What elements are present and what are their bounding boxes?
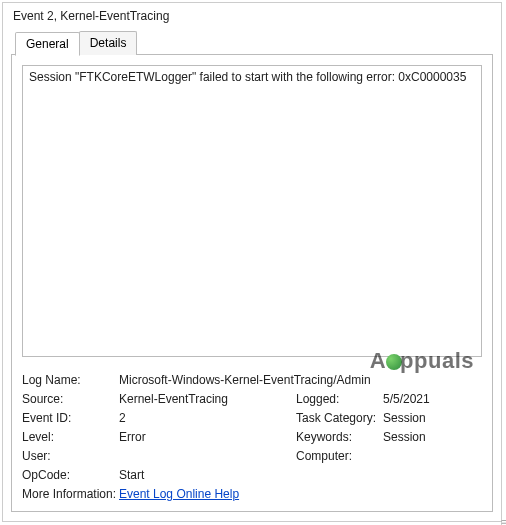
value-keywords: Session [383, 430, 482, 444]
tab-details-label: Details [90, 36, 127, 50]
value-log-name: Microsoft-Windows-Kernel-EventTracing/Ad… [119, 373, 482, 387]
value-more-info: Event Log Online Help [119, 487, 482, 501]
value-level: Error [119, 430, 294, 444]
label-user: User: [22, 449, 117, 463]
event-message-text: Session "FTKCoreETWLogger" failed to sta… [29, 70, 466, 84]
event-properties-grid: Log Name: Microsoft-Windows-Kernel-Event… [12, 367, 492, 511]
value-computer [383, 449, 482, 463]
label-keywords: Keywords: [296, 430, 381, 444]
tab-strip: General Details [3, 31, 501, 55]
label-source: Source: [22, 392, 117, 406]
label-computer: Computer: [296, 449, 381, 463]
label-more-info: More Information: [22, 487, 117, 501]
tab-content-general: Session "FTKCoreETWLogger" failed to sta… [11, 54, 493, 512]
value-source: Kernel-EventTracing [119, 392, 294, 406]
value-logged: 5/5/2021 [383, 392, 482, 406]
label-log-name: Log Name: [22, 373, 117, 387]
source-credit: wsxyn.com [498, 519, 506, 525]
tab-general[interactable]: General [15, 32, 80, 56]
value-opcode: Start [119, 468, 482, 482]
link-event-log-online-help[interactable]: Event Log Online Help [119, 487, 239, 501]
label-task-category: Task Category: [296, 411, 381, 425]
event-properties-window: Event 2, Kernel-EventTracing General Det… [2, 2, 502, 522]
label-event-id: Event ID: [22, 411, 117, 425]
window-title: Event 2, Kernel-EventTracing [3, 3, 501, 31]
label-opcode: OpCode: [22, 468, 117, 482]
value-user [119, 449, 294, 463]
value-task-category: Session [383, 411, 482, 425]
event-message-box[interactable]: Session "FTKCoreETWLogger" failed to sta… [22, 65, 482, 357]
tab-general-label: General [26, 37, 69, 51]
label-logged: Logged: [296, 392, 381, 406]
value-event-id: 2 [119, 411, 294, 425]
tab-details[interactable]: Details [79, 31, 138, 55]
label-level: Level: [22, 430, 117, 444]
